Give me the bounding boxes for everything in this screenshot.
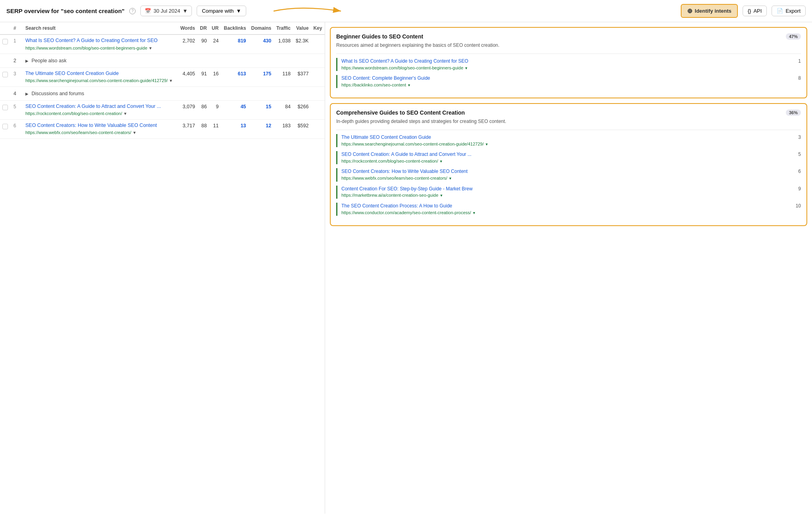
row-backlinks[interactable]: 45 <box>221 100 248 119</box>
intent-url-dropdown-icon[interactable]: ▼ <box>485 142 488 146</box>
row-value: $266 <box>293 100 311 119</box>
row-value: $2.3K <box>293 35 311 54</box>
help-icon[interactable]: ? <box>129 8 136 14</box>
date-picker[interactable]: 📅 30 Jul 2024 ▼ <box>140 6 192 16</box>
col-domains: Domains <box>249 22 274 35</box>
intent-url-dropdown-icon[interactable]: ▼ <box>472 211 476 215</box>
intent-url-dropdown-icon[interactable]: ▼ <box>439 159 443 163</box>
row-domains[interactable]: 430 <box>249 35 274 54</box>
intent-result-link[interactable]: SEO Content Creators: How to Write Valua… <box>341 169 467 174</box>
intent-result-link[interactable]: SEO Content Creation: A Guide to Attract… <box>341 152 471 157</box>
special-row: 4 ▶ Discussions and forums <box>0 86 325 100</box>
result-title[interactable]: SEO Content Creation: A Guide to Attract… <box>25 103 175 110</box>
row-dr: 86 <box>197 100 209 119</box>
identify-intents-button[interactable]: ⊕ Identify intents <box>681 4 737 18</box>
intent-result-item: What Is SEO Content? A Guide to Creating… <box>336 58 801 71</box>
intent-result-title[interactable]: Content Creation For SEO: Step-by-Step G… <box>341 186 795 192</box>
intent-url-dropdown-icon[interactable]: ▼ <box>407 83 411 87</box>
checkbox-input[interactable] <box>2 105 8 110</box>
row-checkbox[interactable] <box>0 100 11 119</box>
intent-result-title[interactable]: SEO Content Creation: A Guide to Attract… <box>341 151 795 158</box>
intent-url-dropdown-icon[interactable]: ▼ <box>440 194 443 198</box>
intent-result-link[interactable]: Content Creation For SEO: Step-by-Step G… <box>341 186 473 192</box>
api-braces-icon: {} <box>748 8 751 14</box>
intent-result-title[interactable]: What Is SEO Content? A Guide to Creating… <box>341 58 795 65</box>
intent-result-url[interactable]: https://marketbrew.ai/a/content-creation… <box>341 192 795 198</box>
intent-url-dropdown-icon[interactable]: ▼ <box>448 176 452 180</box>
serp-table: # Search result Words DR UR Backlinks Do… <box>0 22 325 139</box>
row-special-label[interactable]: ▶ Discussions and forums <box>23 86 325 100</box>
intent-result-link[interactable]: SEO Content: Complete Beginner's Guide <box>341 75 430 81</box>
checkbox-input[interactable] <box>2 39 8 44</box>
row-ur: 24 <box>209 35 221 54</box>
url-dropdown-icon[interactable]: ▼ <box>169 79 173 83</box>
checkbox-input[interactable] <box>2 72 8 77</box>
expand-icon: ▶ <box>25 59 29 63</box>
url-dropdown-icon[interactable]: ▼ <box>132 130 136 135</box>
result-title[interactable]: The Ultimate SEO Content Creation Guide <box>25 70 175 77</box>
row-checkbox[interactable] <box>0 67 11 86</box>
checkbox-input[interactable] <box>2 124 8 129</box>
intent-result-title[interactable]: SEO Content: Complete Beginner's Guide <box>341 75 795 82</box>
result-title[interactable]: What Is SEO Content? A Guide to Creating… <box>25 37 175 44</box>
row-backlinks[interactable]: 13 <box>221 119 248 138</box>
intent-result-title[interactable]: SEO Content Creators: How to Write Valua… <box>341 168 795 175</box>
result-url[interactable]: https://www.wordstream.com/blog/seo-cont… <box>25 45 175 51</box>
main-layout: # Search result Words DR UR Backlinks Do… <box>0 22 812 514</box>
intent-result-url[interactable]: https://www.searchenginejournal.com/seo-… <box>341 141 795 147</box>
intent-url-dropdown-icon[interactable]: ▼ <box>465 66 468 70</box>
row-checkbox[interactable] <box>0 119 11 138</box>
row-traffic: 1,038 <box>274 35 293 54</box>
date-chevron-icon: ▼ <box>182 8 188 14</box>
row-ur: 9 <box>209 100 221 119</box>
page-header: SERP overview for "seo content creation"… <box>0 0 812 22</box>
intent-result-item: The Ultimate SEO Content Creation Guide … <box>336 134 801 147</box>
result-url[interactable]: https://www.searchenginejournal.com/seo-… <box>25 78 175 84</box>
intent-result-num: 1 <box>798 58 801 64</box>
result-link[interactable]: SEO Content Creators: How to Write Valua… <box>25 122 175 129</box>
result-link[interactable]: SEO Content Creation: A Guide to Attract… <box>25 103 175 110</box>
intent-result-link[interactable]: What Is SEO Content? A Guide to Creating… <box>341 58 468 64</box>
row-backlinks[interactable]: 613 <box>221 67 248 86</box>
row-special-label[interactable]: ▶ People also ask <box>23 54 325 67</box>
result-url[interactable]: https://www.webfx.com/seo/learn/seo-cont… <box>25 130 175 136</box>
row-ur: 16 <box>209 67 221 86</box>
row-num: 1 <box>11 35 23 54</box>
intent-result-url[interactable]: https://www.conductor.com/academy/seo-co… <box>341 210 793 216</box>
compare-chevron-icon: ▼ <box>236 8 241 14</box>
api-button[interactable]: {} API <box>743 6 767 16</box>
url-dropdown-icon[interactable]: ▼ <box>123 111 127 116</box>
result-url[interactable]: https://rockcontent.com/blog/seo-content… <box>25 111 175 117</box>
row-words: 3,717 <box>178 119 197 138</box>
row-checkbox[interactable] <box>0 35 11 54</box>
special-row: 2 ▶ People also ask <box>0 54 325 67</box>
intent-result-url[interactable]: https://www.wordstream.com/blog/seo-cont… <box>341 65 795 71</box>
export-label: Export <box>785 8 801 14</box>
intent-result-content: SEO Content Creation: A Guide to Attract… <box>341 151 795 164</box>
intent-card-beginner: Beginner Guides to SEO Content 47% Resou… <box>330 27 807 98</box>
intent-result-title[interactable]: The Ultimate SEO Content Creation Guide <box>341 134 795 141</box>
intent-card-header: Beginner Guides to SEO Content 47% <box>336 33 801 40</box>
url-dropdown-icon[interactable]: ▼ <box>149 46 153 50</box>
row-domains[interactable]: 175 <box>249 67 274 86</box>
result-link[interactable]: What Is SEO Content? A Guide to Creating… <box>25 37 175 44</box>
intent-result-link[interactable]: The Ultimate SEO Content Creation Guide <box>341 134 431 140</box>
intent-result-url[interactable]: https://rockcontent.com/blog/seo-content… <box>341 158 795 164</box>
row-domains[interactable]: 15 <box>249 100 274 119</box>
intent-result-num: 5 <box>798 151 801 157</box>
intent-result-link[interactable]: The SEO Content Creation Process: A How … <box>341 203 452 209</box>
table-row: 3 The Ultimate SEO Content Creation Guid… <box>0 67 325 86</box>
result-title[interactable]: SEO Content Creators: How to Write Valua… <box>25 122 175 129</box>
intent-result-title[interactable]: The SEO Content Creation Process: A How … <box>341 203 793 209</box>
compare-button[interactable]: Compare with ▼ <box>197 6 246 16</box>
export-doc-icon: 📄 <box>777 8 783 14</box>
col-ur: UR <box>209 22 221 35</box>
result-link[interactable]: The Ultimate SEO Content Creation Guide <box>25 70 175 77</box>
row-domains[interactable]: 12 <box>249 119 274 138</box>
intent-result-url[interactable]: https://backlinko.com/seo-content ▼ <box>341 82 795 88</box>
row-value: $377 <box>293 67 311 86</box>
intent-result-url[interactable]: https://www.webfx.com/seo/learn/seo-cont… <box>341 175 795 181</box>
intent-result-num: 6 <box>798 168 801 174</box>
export-button[interactable]: 📄 Export <box>772 6 806 16</box>
row-backlinks[interactable]: 819 <box>221 35 248 54</box>
